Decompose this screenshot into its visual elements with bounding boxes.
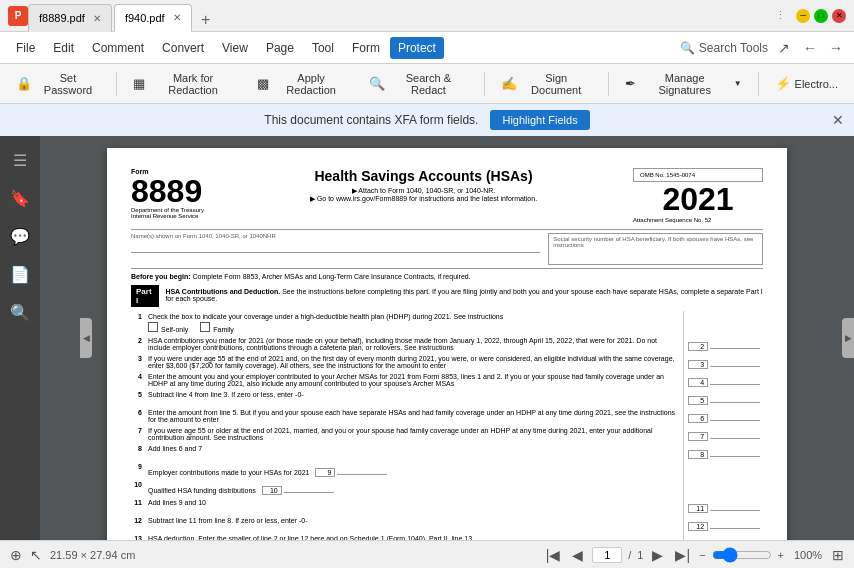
- line-num-13: 13: [131, 533, 145, 540]
- menu-form[interactable]: Form: [344, 37, 388, 59]
- tab-f940[interactable]: f940.pdf ✕: [114, 4, 192, 32]
- zoom-slider[interactable]: [712, 547, 772, 563]
- add-tab-button[interactable]: +: [194, 8, 218, 32]
- fit-page-icon[interactable]: ⊞: [832, 547, 844, 563]
- main-layout: ☰ 🔖 💬 📄 🔍 ◀ Form 8889 Department of the …: [0, 136, 854, 540]
- line-field-13[interactable]: 13: [683, 533, 763, 540]
- line-num-4: 4: [131, 371, 145, 389]
- input-10[interactable]: [284, 481, 334, 493]
- sidebar-icon-comment[interactable]: 💬: [4, 220, 36, 252]
- line-field-11[interactable]: 11: [683, 497, 763, 515]
- cursor-icon[interactable]: ⊕: [10, 547, 22, 563]
- input-5[interactable]: [710, 391, 760, 403]
- share-icon[interactable]: ↗: [774, 38, 794, 58]
- input-11[interactable]: [710, 499, 760, 511]
- sidebar-icon-search[interactable]: 🔍: [4, 296, 36, 328]
- title-bar: P f8889.pdf ✕ f940.pdf ✕ + ⋮ ─ □ ✕: [0, 0, 854, 32]
- table-row: 6 Enter the amount from line 5. But if y…: [131, 407, 763, 425]
- left-panel-toggle[interactable]: ◀: [80, 318, 92, 358]
- line-num-9: 9: [131, 461, 145, 479]
- line-field-2[interactable]: 2: [683, 335, 763, 353]
- next-page-button[interactable]: ▶: [649, 547, 666, 563]
- minimize-button[interactable]: ─: [796, 9, 810, 23]
- toolbar-separator-1: [116, 72, 117, 96]
- search-tools-label: Search Tools: [699, 41, 768, 55]
- manage-signatures-button[interactable]: ✒ Manage Signatures ▼: [617, 68, 750, 100]
- apply-redaction-button[interactable]: ▩ Apply Redaction: [249, 68, 357, 100]
- line-field-12[interactable]: 12: [683, 515, 763, 533]
- menu-protect[interactable]: Protect: [390, 37, 444, 59]
- line-desc-2: HSA contributions you made for 2021 (or …: [145, 335, 683, 353]
- set-password-button[interactable]: 🔒 Set Password: [8, 68, 108, 100]
- menu-edit[interactable]: Edit: [45, 37, 82, 59]
- name-field-value[interactable]: [131, 239, 540, 253]
- menu-file[interactable]: File: [8, 37, 43, 59]
- line-field-8[interactable]: 8: [683, 443, 763, 461]
- menu-view[interactable]: View: [214, 37, 256, 59]
- title-bar-left: P: [8, 6, 28, 26]
- search-tools-button[interactable]: 🔍 Search Tools: [680, 41, 768, 55]
- input-3[interactable]: [710, 355, 760, 367]
- line-field-3[interactable]: 3: [683, 353, 763, 371]
- cb-family[interactable]: [200, 322, 210, 332]
- tab-f8889-label: f8889.pdf: [39, 12, 85, 24]
- menu-convert[interactable]: Convert: [154, 37, 212, 59]
- form-service: Internal Revenue Service: [131, 213, 204, 219]
- input-8[interactable]: [710, 445, 760, 457]
- part-i-title: HSA Contributions and Deduction.: [165, 288, 280, 295]
- sidebar-icon-bookmark[interactable]: 🔖: [4, 182, 36, 214]
- set-password-label: Set Password: [36, 72, 100, 96]
- back-icon[interactable]: ←: [800, 38, 820, 58]
- menu-page[interactable]: Page: [258, 37, 302, 59]
- first-page-button[interactable]: |◀: [543, 547, 564, 563]
- arrow-icon[interactable]: ↖: [30, 547, 42, 563]
- input-9[interactable]: [337, 463, 387, 475]
- table-row: 10 Qualified HSA funding distributions 1…: [131, 479, 763, 497]
- line-num-8: 8: [131, 443, 145, 461]
- sign-icon: ✍: [501, 76, 517, 91]
- input-7[interactable]: [710, 427, 760, 439]
- zoom-in-icon[interactable]: +: [778, 549, 784, 561]
- page-number-input[interactable]: [592, 547, 622, 563]
- input-6[interactable]: [710, 409, 760, 421]
- input-4[interactable]: [710, 373, 760, 385]
- table-row: 5 Subtract line 4 from line 3. If zero o…: [131, 389, 763, 407]
- cb-self-only[interactable]: [148, 322, 158, 332]
- line-field-7[interactable]: 7: [683, 425, 763, 443]
- right-panel-toggle[interactable]: ▶: [842, 318, 854, 358]
- notification-close-button[interactable]: ✕: [832, 112, 844, 128]
- tab-f940-close[interactable]: ✕: [173, 12, 181, 23]
- zoom-out-icon[interactable]: −: [699, 549, 705, 561]
- manage-signatures-label: Manage Signatures: [640, 72, 730, 96]
- before-begin-text: Complete Form 8853, Archer MSAs and Long…: [192, 273, 470, 280]
- mark-redaction-button[interactable]: ▦ Mark for Redaction: [125, 68, 245, 100]
- notification-message: This document contains XFA form fields.: [264, 113, 478, 127]
- electro-button[interactable]: ⚡ Electro...: [767, 72, 846, 95]
- line-num-2: 2: [131, 335, 145, 353]
- highlight-fields-button[interactable]: Highlight Fields: [490, 110, 589, 130]
- forward-icon[interactable]: →: [826, 38, 846, 58]
- last-page-button[interactable]: ▶|: [672, 547, 693, 563]
- sidebar-icon-menu[interactable]: ☰: [4, 144, 36, 176]
- ssn-value[interactable]: [553, 248, 758, 262]
- tab-f8889[interactable]: f8889.pdf ✕: [28, 4, 112, 32]
- line-field-5[interactable]: 5: [683, 389, 763, 407]
- tab-f8889-close[interactable]: ✕: [93, 13, 101, 24]
- menu-tool[interactable]: Tool: [304, 37, 342, 59]
- more-options-icon[interactable]: ⋮: [775, 9, 786, 23]
- checkbox-self-only[interactable]: Self-only: [148, 322, 188, 333]
- sidebar-icon-pages[interactable]: 📄: [4, 258, 36, 290]
- line-field-6[interactable]: 6: [683, 407, 763, 425]
- input-12[interactable]: [710, 517, 760, 529]
- search-redact-button[interactable]: 🔍 Search & Redact: [361, 68, 476, 100]
- prev-page-button[interactable]: ◀: [569, 547, 586, 563]
- table-row: 8 Add lines 6 and 7 8: [131, 443, 763, 461]
- close-button[interactable]: ✕: [832, 9, 846, 23]
- maximize-button[interactable]: □: [814, 9, 828, 23]
- input-13[interactable]: [710, 535, 760, 540]
- line-field-4[interactable]: 4: [683, 371, 763, 389]
- menu-comment[interactable]: Comment: [84, 37, 152, 59]
- checkbox-family[interactable]: Family: [200, 322, 234, 333]
- sign-document-button[interactable]: ✍ Sign Document: [493, 68, 600, 100]
- input-2[interactable]: [710, 337, 760, 349]
